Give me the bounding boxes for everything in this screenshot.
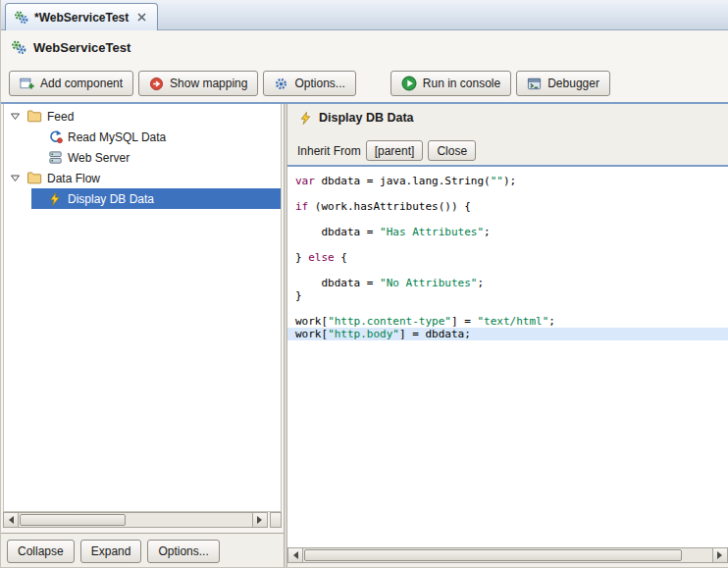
debugger-icon (527, 77, 542, 91)
editor-tab[interactable]: *WebServiceTest (5, 3, 158, 30)
code-line[interactable]: } (295, 289, 728, 302)
run-in-console-button[interactable]: Run in console (390, 71, 511, 96)
code-token: ); (503, 175, 516, 187)
editor-tab-bar: *WebServiceTest (1, 0, 728, 30)
editor-header: Display DB Data (299, 111, 414, 125)
code-line[interactable]: work["http.body"] = dbdata; (287, 328, 728, 340)
code-token: } (295, 251, 308, 264)
tree-item-data-flow[interactable]: Data Flow (4, 168, 281, 188)
tab-title: *WebServiceTest (34, 11, 129, 25)
web-server-icon (47, 150, 63, 165)
code-token: (work.hasAttributes()) { (308, 200, 471, 213)
scroll-left-arrow[interactable] (288, 548, 303, 562)
code-hscrollbar[interactable] (287, 547, 728, 563)
expander-icon[interactable] (10, 174, 22, 182)
tab-close-icon[interactable] (134, 11, 148, 25)
code-token: "http.body" (328, 328, 399, 340)
tree-item-label: Data Flow (47, 172, 100, 185)
code-token: else (308, 251, 335, 264)
scroll-thumb[interactable] (304, 549, 682, 561)
code-line[interactable]: dbdata = "Has Attributes"; (295, 226, 728, 238)
tree-item-label: Feed (47, 110, 74, 124)
collapse-button[interactable]: Collapse (7, 540, 75, 563)
editor-content: WebServiceTest Add component Show mappin… (1, 30, 728, 567)
code-token: ] = dbdata; (399, 328, 471, 340)
code-token: ] = (451, 315, 478, 328)
code-token: "http.content-type" (328, 315, 451, 328)
editor-panel: Display DB Data Inherit From [parent] Cl… (287, 104, 728, 567)
code-line[interactable]: var dbdata = java.lang.String(""); (295, 175, 728, 187)
show-mapping-icon (149, 77, 164, 91)
components-icon (11, 39, 26, 55)
code-editor[interactable]: var dbdata = java.lang.String("");if (wo… (287, 167, 728, 547)
page-title: WebServiceTest (33, 40, 130, 55)
scroll-corner (270, 512, 282, 528)
close-button[interactable]: Close (428, 140, 476, 161)
scroll-thumb[interactable] (20, 514, 126, 526)
code-token: ; (477, 277, 484, 289)
code-token: work[ (295, 315, 328, 328)
expander-icon[interactable] (10, 112, 22, 121)
code-token: if (295, 200, 308, 213)
code-token: "text/html" (477, 315, 548, 328)
debugger-button[interactable]: Debugger (516, 71, 610, 96)
tree-item-label: Display DB Data (68, 192, 154, 206)
show-mapping-button[interactable]: Show mapping (138, 71, 258, 96)
code-token: var (295, 175, 315, 187)
code-line[interactable] (295, 264, 728, 277)
scroll-right-arrow[interactable] (712, 548, 727, 562)
code-line[interactable]: work["http.content-type"] = "text/html"; (295, 315, 728, 328)
code-token: "" (491, 175, 503, 187)
component-tree: Feed Read MySQL Data (3, 104, 282, 512)
inherit-from-label: Inherit From (297, 144, 361, 158)
button-label: Debugger (547, 77, 599, 90)
app-window: *WebServiceTest WebServiceTest (0, 0, 728, 568)
tree-options-button[interactable]: Options... (147, 540, 219, 563)
options-button[interactable]: Options... (263, 71, 355, 96)
options-gear-icon (274, 77, 288, 91)
folder-icon (26, 171, 42, 185)
tree-item-feed[interactable]: Feed (4, 106, 281, 127)
code-token: dbdata = (295, 277, 380, 289)
tree-item-display-db-data[interactable]: Display DB Data (31, 188, 281, 209)
code-token: { (335, 251, 347, 264)
parent-button[interactable]: [parent] (366, 140, 424, 161)
tree-hscrollbar[interactable] (3, 512, 268, 528)
code-token: ; (484, 226, 491, 238)
tree-item-web-server[interactable]: Web Server (4, 147, 281, 168)
bolt-icon (299, 112, 312, 125)
run-icon (401, 76, 417, 91)
bolt-icon (47, 192, 63, 206)
components-icon (14, 10, 28, 25)
inherit-row: Inherit From [parent] Close (297, 140, 476, 161)
code-token: } (295, 289, 302, 302)
code-line[interactable] (295, 302, 728, 315)
code-token: work[ (295, 328, 328, 340)
code-line[interactable] (295, 238, 728, 251)
tree-item-label: Web Server (68, 151, 130, 165)
button-label: Show mapping (170, 77, 247, 90)
code-line[interactable]: dbdata = "No Attributes"; (295, 277, 728, 289)
toolbar: Add component Show mapping Options... (9, 71, 610, 96)
code-line[interactable] (295, 187, 728, 200)
code-token: ; (548, 315, 555, 328)
scroll-left-arrow[interactable] (4, 513, 19, 527)
main-area: Feed Read MySQL Data (1, 104, 728, 567)
code-token: "No Attributes" (380, 277, 477, 289)
scroll-right-arrow[interactable] (252, 513, 267, 527)
code-token: dbdata = (295, 226, 380, 238)
button-label: Run in console (423, 77, 500, 90)
code-line[interactable] (295, 213, 728, 226)
expand-button[interactable]: Expand (80, 540, 142, 563)
tree-item-label: Read MySQL Data (68, 130, 166, 144)
folder-icon (26, 109, 42, 124)
add-component-button[interactable]: Add component (9, 71, 133, 96)
code-line[interactable]: if (work.hasAttributes()) { (295, 200, 728, 213)
tree-footer: Collapse Expand Options... (1, 533, 284, 567)
button-label: Add component (40, 77, 123, 90)
component-tree-panel: Feed Read MySQL Data (1, 104, 284, 567)
tree-item-read-mysql-data[interactable]: Read MySQL Data (4, 127, 281, 147)
code-line[interactable]: } else { (295, 251, 728, 264)
page-title-row: WebServiceTest (11, 39, 130, 55)
button-label: Options... (294, 77, 344, 90)
